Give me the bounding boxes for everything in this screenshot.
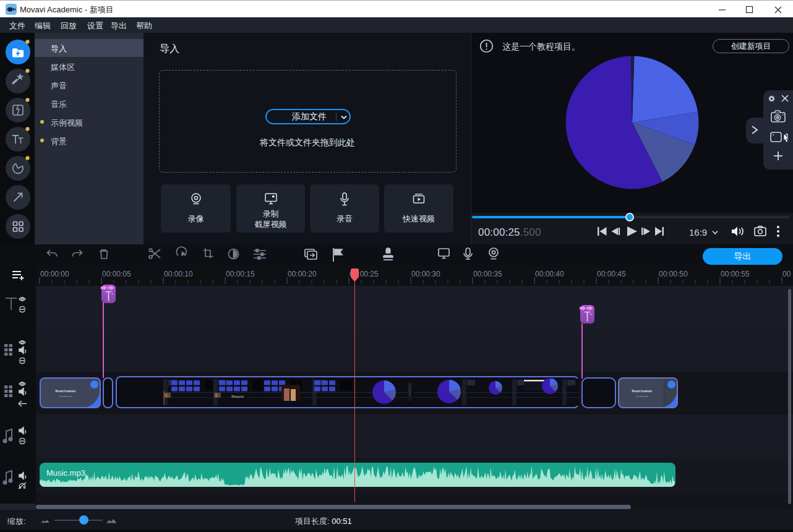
- svg-text:for education: for education: [59, 395, 72, 398]
- svg-text:Record: Record: [231, 395, 243, 398]
- svg-text:Movavi Academic: Movavi Academic: [632, 389, 653, 393]
- svg-text:Movavi Academic: Movavi Academic: [56, 389, 76, 393]
- svg-text:for education: for education: [636, 395, 648, 398]
